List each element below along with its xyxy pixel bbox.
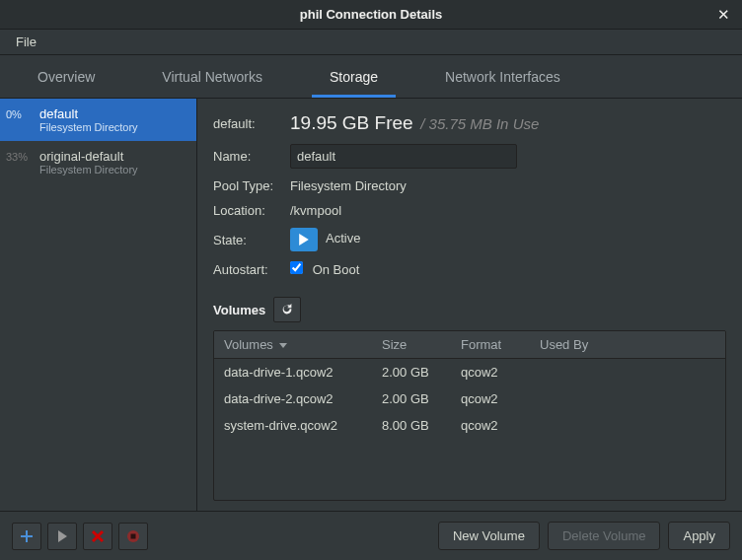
vol-name: data-drive-2.qcow2 — [214, 385, 372, 412]
svg-marker-4 — [58, 530, 67, 542]
free-space: 19.95 GB Free — [290, 112, 413, 133]
apply-button[interactable]: Apply — [668, 522, 730, 550]
add-pool-button[interactable] — [12, 523, 41, 550]
vol-size: 8.00 GB — [372, 412, 451, 439]
vol-name: system-drive.qcow2 — [214, 412, 372, 439]
row-autostart: Autostart: On Boot — [213, 261, 726, 277]
volumes-heading: Volumes — [213, 297, 726, 322]
storage-detail: default: 19.95 GB Free / 35.75 MB In Use… — [197, 99, 742, 511]
pool-usage: 33% — [6, 151, 28, 163]
x-red-icon — [91, 529, 105, 543]
pooltype-value: Filesystem Directory — [290, 178, 407, 193]
name-input[interactable] — [290, 144, 517, 169]
svg-rect-6 — [131, 533, 136, 538]
svg-marker-0 — [299, 234, 309, 245]
pool-usage: 0% — [6, 108, 22, 120]
volumes-table: Volumes Size Format Used By data-drive-1… — [213, 330, 726, 501]
plus-icon — [20, 529, 34, 543]
refresh-button[interactable] — [273, 297, 301, 322]
state-label: State: — [213, 233, 290, 247]
location-label: Location: — [213, 203, 290, 218]
pooltype-label: Pool Type: — [213, 178, 290, 193]
state-value-group: Active — [290, 228, 360, 251]
tab-network-interfaces[interactable]: Network Interfaces — [427, 55, 578, 98]
vol-format: qcow2 — [451, 412, 530, 439]
start-pool-button[interactable] — [47, 523, 77, 550]
row-name: Name: — [213, 144, 726, 169]
pool-item-default[interactable]: 0% default Filesystem Directory — [0, 99, 196, 141]
window-titlebar: phil Connection Details ✕ — [0, 0, 742, 30]
location-value: /kvmpool — [290, 203, 341, 218]
state-text: Active — [326, 231, 360, 245]
pool-name: default — [39, 106, 186, 121]
vol-size: 2.00 GB — [372, 359, 451, 385]
stop-circle-icon — [126, 529, 140, 543]
tab-virtual-networks[interactable]: Virtual Networks — [144, 55, 280, 98]
close-icon[interactable]: ✕ — [717, 6, 730, 24]
vol-usedby — [530, 385, 725, 412]
col-header-volumes[interactable]: Volumes — [214, 331, 372, 358]
autostart-checkbox[interactable] — [290, 261, 303, 274]
table-row[interactable]: data-drive-1.qcow2 2.00 GB qcow2 — [214, 359, 725, 385]
play-icon — [290, 228, 318, 251]
vol-name: data-drive-1.qcow2 — [214, 359, 372, 385]
tab-bar: Overview Virtual Networks Storage Networ… — [0, 55, 742, 99]
autostart-label: Autostart: — [213, 262, 290, 277]
vol-usedby — [530, 359, 725, 385]
col-header-size[interactable]: Size — [372, 331, 451, 358]
pool-item-original-default[interactable]: 33% original-default Filesystem Director… — [0, 141, 196, 183]
volumes-label: Volumes — [213, 303, 265, 317]
vol-format: qcow2 — [451, 385, 530, 412]
svg-rect-3 — [21, 535, 33, 537]
main-panel: 0% default Filesystem Directory 33% orig… — [0, 99, 742, 511]
name-label: Name: — [213, 149, 290, 164]
window-title: phil Connection Details — [300, 7, 442, 22]
tab-overview[interactable]: Overview — [20, 55, 112, 98]
menu-file[interactable]: File — [10, 31, 42, 53]
pool-sidebar: 0% default Filesystem Directory 33% orig… — [0, 99, 197, 511]
delete-pool-button[interactable] — [118, 523, 148, 550]
pool-list: 0% default Filesystem Directory 33% orig… — [0, 99, 196, 511]
pool-name: original-default — [39, 149, 186, 164]
pool-type: Filesystem Directory — [39, 121, 186, 133]
play-icon — [55, 529, 69, 543]
delete-volume-button[interactable]: Delete Volume — [548, 522, 661, 550]
tab-storage[interactable]: Storage — [312, 55, 396, 98]
detail-header-label: default: — [213, 116, 290, 131]
vol-format: qcow2 — [451, 359, 530, 385]
bottom-toolbar: New Volume Delete Volume Apply — [0, 511, 742, 560]
vol-size: 2.00 GB — [372, 385, 451, 412]
table-header: Volumes Size Format Used By — [214, 331, 725, 359]
autostart-value-group: On Boot — [290, 261, 359, 277]
vol-usedby — [530, 412, 725, 439]
row-header: default: 19.95 GB Free / 35.75 MB In Use — [213, 112, 726, 134]
col-header-usedby[interactable]: Used By — [530, 331, 725, 358]
autostart-text: On Boot — [313, 262, 360, 277]
new-volume-button[interactable]: New Volume — [438, 522, 540, 550]
row-location: Location: /kvmpool — [213, 203, 726, 218]
in-use-space: / 35.75 MB In Use — [420, 115, 539, 132]
pool-type: Filesystem Directory — [39, 164, 186, 175]
row-state: State: Active — [213, 228, 726, 251]
stop-pool-button[interactable] — [83, 523, 112, 550]
sort-down-icon — [279, 341, 287, 349]
refresh-icon — [280, 303, 294, 316]
row-pooltype: Pool Type: Filesystem Directory — [213, 178, 726, 193]
table-row[interactable]: system-drive.qcow2 8.00 GB qcow2 — [214, 412, 725, 439]
col-header-format[interactable]: Format — [451, 331, 530, 358]
table-row[interactable]: data-drive-2.qcow2 2.00 GB qcow2 — [214, 385, 725, 412]
svg-marker-1 — [279, 343, 287, 348]
menu-bar: File — [0, 30, 742, 55]
